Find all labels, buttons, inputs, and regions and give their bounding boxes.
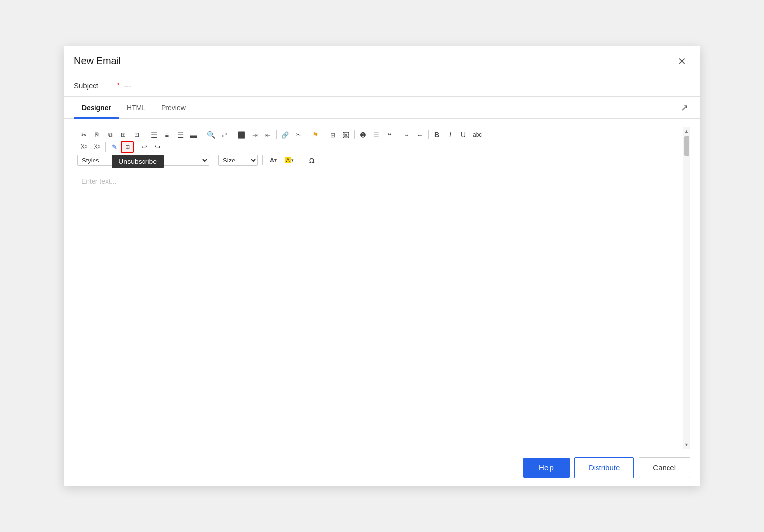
tabs-container: Designer HTML Preview [74,97,193,118]
dialog-footer: Help Distribute Cancel [64,449,700,486]
sep-10 [105,142,106,152]
cancel-button[interactable]: Cancel [639,457,690,478]
unsubscribe-icon: ⊡ [125,144,130,150]
editor-area: ✂ ⎘ ⧉ ⊞ ⊡ ☰ ≡ ☰ ▬ 🔍 ⇄ ⬛ ⇥ ⇤ 🔗 ✂ [74,127,690,449]
find-button[interactable]: 🔍 [204,129,217,140]
dialog-title: New Email [74,55,121,67]
align-right-button[interactable]: ☰ [174,129,187,140]
italic-button[interactable]: I [444,129,456,140]
sep-12 [141,155,141,165]
highlight-color-button[interactable]: A ▾ [283,155,296,165]
image-button[interactable]: 🖼 [339,130,352,140]
font-color-a: A [270,157,274,163]
align-left-button[interactable]: ☰ [147,129,160,140]
sep-3 [233,130,233,139]
sep-1 [145,130,145,139]
sep-9 [428,130,429,139]
anchor-button[interactable]: ⚑ [309,129,322,140]
increase-indent-button[interactable]: → [400,130,413,140]
scroll-track[interactable] [684,135,689,441]
tab-designer[interactable]: Designer [74,97,119,119]
scroll-down-arrow[interactable]: ▼ [683,441,690,449]
paste-button[interactable]: ⧉ [104,130,117,139]
unlink-button[interactable]: ✂ [292,130,305,139]
subject-value: --- [123,81,131,90]
close-button[interactable]: ✕ [674,54,690,68]
unordered-list-button[interactable]: ☰ [370,130,382,140]
sep-15 [301,155,301,165]
subject-label: Subject [74,81,113,90]
size-select[interactable]: Size 8 10 12 14 16 18 24 [218,155,258,166]
superscript-button[interactable]: X2 [91,142,103,152]
tab-preview[interactable]: Preview [153,97,193,119]
new-email-dialog: New Email ✕ Subject * --- Designer HTML … [64,46,700,486]
paste-plain-button[interactable]: ⊡ [130,130,143,139]
strikethrough-button[interactable]: abc [470,130,484,139]
styles-select[interactable]: Styles Normal Heading 1 Heading 2 Headin… [77,155,136,166]
copy-button[interactable]: ⎘ [91,130,103,139]
ordered-list-button[interactable]: ➊ [357,130,369,140]
select-all-button[interactable]: ⬛ [235,130,248,140]
cut-button[interactable]: ✂ [77,130,90,140]
dialog-header: New Email ✕ [64,46,700,74]
scrollbar[interactable]: ▲ ▼ [683,127,690,449]
underline-button[interactable]: U [457,129,470,140]
sep-4 [276,130,277,139]
sep-14 [262,155,263,165]
font-select[interactable]: Font Arial Times New Roman Verdana [145,155,209,166]
sep-5 [307,130,307,139]
scroll-up-arrow[interactable]: ▲ [683,127,690,135]
sep-11 [136,142,136,152]
editor-content[interactable]: Enter text... [74,169,690,449]
align-center-button[interactable]: ≡ [161,129,173,140]
sep-8 [398,130,398,139]
bold-button[interactable]: B [430,129,443,140]
unsubscribe-button[interactable]: ⊡ [121,141,134,153]
find-replace-button[interactable]: ⇄ [218,130,231,140]
decrease-indent-button[interactable]: ← [413,130,426,140]
tabs-row: Designer HTML Preview ↗ [64,97,700,119]
redo-button[interactable]: ↪ [151,141,164,152]
toolbar-row-2: X2 X2 ✎ ⊡ Unsubscribe ↩ ↪ [77,141,687,153]
editor-toolbar: ✂ ⎘ ⧉ ⊞ ⊡ ☰ ≡ ☰ ▬ 🔍 ⇄ ⬛ ⇥ ⇤ 🔗 ✂ [74,127,690,169]
toolbar-row-3: Styles Normal Heading 1 Heading 2 Headin… [77,154,687,167]
font-color-dropdown-icon: ▾ [274,158,277,162]
sep-13 [214,155,214,165]
sep-6 [324,130,324,139]
subscript-button[interactable]: X2 [77,142,90,152]
highlight-a: A [285,157,291,163]
editor-placeholder: Enter text... [81,177,117,185]
help-button[interactable]: Help [523,458,570,478]
blockquote-button[interactable]: ❝ [383,130,396,140]
scroll-thumb[interactable] [684,136,689,156]
tab-html[interactable]: HTML [119,97,153,119]
toolbar-row-1: ✂ ⎘ ⧉ ⊞ ⊡ ☰ ≡ ☰ ▬ 🔍 ⇄ ⬛ ⇥ ⇤ 🔗 ✂ [77,129,687,140]
table-button[interactable]: ⊞ [326,130,339,140]
justify-button[interactable]: ▬ [187,129,200,140]
sep-7 [354,130,355,139]
required-indicator: * [117,81,119,89]
indent-button[interactable]: ⇥ [248,130,261,140]
expand-button[interactable]: ↗ [679,100,690,115]
special-char-button[interactable]: Ω [306,155,318,166]
distribute-button[interactable]: Distribute [574,457,634,478]
unsubscribe-tooltip-container: ⊡ Unsubscribe [121,141,134,153]
outdent-button[interactable]: ⇤ [262,130,274,140]
highlight-dropdown-icon: ▾ [291,158,294,162]
paste-word-button[interactable]: ⊞ [117,130,130,139]
link-button[interactable]: 🔗 [279,130,291,140]
sep-2 [202,130,202,139]
format-painter-button[interactable]: ✎ [108,142,120,152]
undo-button[interactable]: ↩ [138,141,151,152]
font-color-button[interactable]: A ▾ [267,155,280,165]
subject-row: Subject * --- [64,74,700,97]
